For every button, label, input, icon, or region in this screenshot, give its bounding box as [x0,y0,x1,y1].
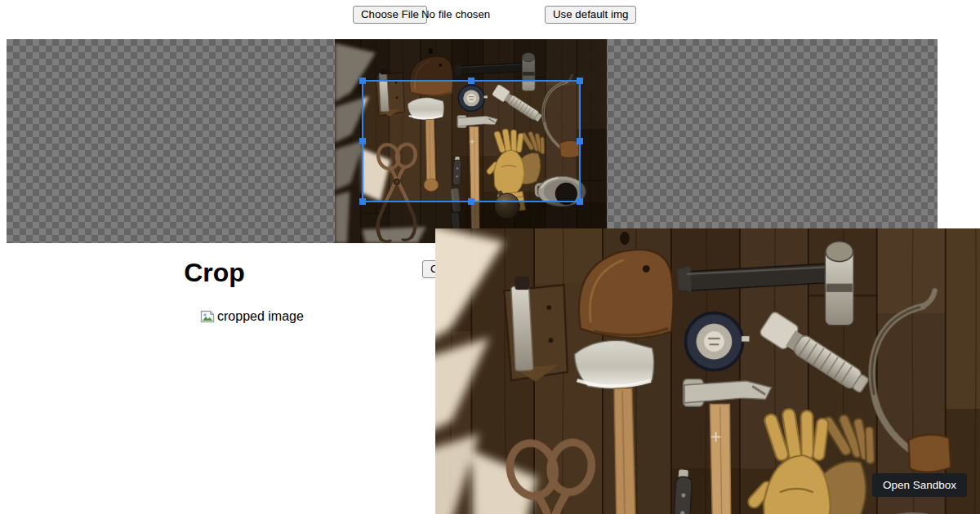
choose-file-button[interactable]: Choose File [353,6,427,24]
crop-component[interactable] [335,39,607,243]
crop-overlay-clip [335,39,607,243]
crop-handle-w[interactable] [359,138,366,144]
crop-handle-s[interactable] [468,198,474,205]
crop-handle-sw[interactable] [359,198,366,205]
open-sandbox-button[interactable]: Open Sandbox [872,473,967,497]
file-status-text: No file chosen [421,8,490,20]
use-default-img-button[interactable]: Use default img [545,6,636,24]
crop-handle-e[interactable] [577,138,583,144]
crop-handle-se[interactable] [577,198,583,205]
app-page: Choose File No file chosen Use default i… [0,0,980,514]
cropped-image-placeholder: cropped image [200,309,304,324]
crop-handle-nw[interactable] [359,78,366,84]
broken-image-icon [200,310,216,323]
crop-heading: Crop [98,258,331,288]
cropped-image-alt-text: cropped image [217,309,304,324]
result-preview-image [435,228,980,514]
crop-selection-box[interactable] [362,80,581,202]
crop-handle-ne[interactable] [577,78,583,84]
crop-handle-n[interactable] [468,78,474,84]
